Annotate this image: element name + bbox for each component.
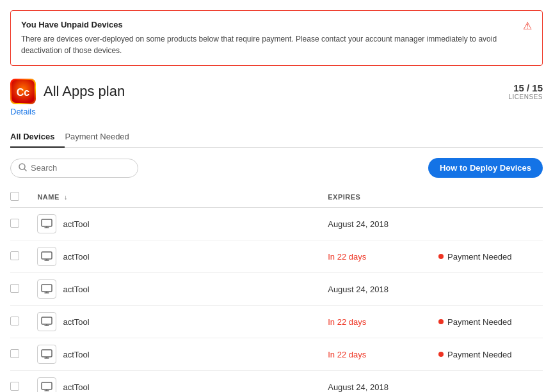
alert-banner: You Have Unpaid Devices There are device…	[10, 10, 543, 66]
device-monitor-icon	[37, 247, 56, 266]
plan-header-left: Cc All Apps plan	[10, 79, 125, 104]
table-row: actTool In 22 days Payment Needed	[10, 338, 543, 371]
device-name-cell: actTool	[31, 371, 321, 393]
device-expires-cell: In 22 days	[321, 306, 432, 338]
device-monitor-icon	[37, 214, 56, 233]
device-name-cell: actTool	[31, 240, 321, 273]
device-status-cell	[432, 273, 543, 306]
device-name-text: actTool	[63, 252, 89, 262]
row-checkbox[interactable]	[10, 284, 19, 293]
device-status-cell: Payment Needed	[432, 306, 543, 338]
plan-header: Cc All Apps plan 15 / 15 LICENSES	[10, 79, 543, 104]
tabs-bar: All Devices Payment Needed	[10, 127, 543, 148]
status-dot-icon	[438, 352, 444, 357]
device-expires-cell: In 22 days	[321, 240, 432, 273]
device-status-cell: Payment Needed	[432, 338, 543, 371]
payment-needed-status: Payment Needed	[438, 252, 536, 262]
row-checkbox[interactable]	[10, 382, 19, 391]
row-checkbox-cell	[10, 371, 31, 393]
device-name-text: actTool	[63, 317, 89, 327]
table-row: actTool In 22 days Payment Needed	[10, 306, 543, 338]
row-checkbox-cell	[10, 338, 31, 371]
svg-rect-7	[42, 252, 52, 259]
row-checkbox[interactable]	[10, 219, 19, 228]
row-checkbox-cell	[10, 306, 31, 338]
device-status-cell	[432, 371, 543, 393]
svg-rect-4	[42, 219, 52, 226]
col-status-header	[432, 187, 543, 208]
row-checkbox[interactable]	[10, 349, 19, 358]
table-header-row: NAME ↓ EXPIRES	[10, 187, 543, 208]
table-row: actTool August 24, 2018	[10, 273, 543, 306]
adobe-logo-svg: Cc	[12, 80, 35, 103]
device-name-text: actTool	[63, 382, 89, 392]
header-checkbox-cell	[10, 187, 31, 208]
plan-licenses: 15 / 15 LICENSES	[509, 82, 543, 100]
licenses-label: LICENSES	[509, 93, 543, 100]
search-input[interactable]	[31, 163, 130, 173]
sort-arrow-icon: ↓	[64, 194, 68, 201]
tab-payment-needed[interactable]: Payment Needed	[65, 127, 139, 148]
device-expires-value: August 24, 2018	[328, 285, 389, 294]
payment-needed-label: Payment Needed	[447, 317, 511, 327]
device-monitor-icon	[37, 345, 56, 364]
plan-logo: Cc	[10, 79, 36, 104]
device-name-text: actTool	[63, 219, 89, 229]
svg-rect-10	[42, 285, 52, 292]
row-checkbox-cell	[10, 240, 31, 273]
alert-body: There are devices over-deployed on some …	[21, 33, 532, 56]
device-status-cell: Payment Needed	[432, 240, 543, 273]
licenses-count: 15 / 15	[509, 82, 543, 93]
svg-rect-13	[42, 317, 52, 324]
toolbar: How to Deploy Devices	[10, 158, 543, 178]
status-dot-icon	[438, 319, 444, 324]
alert-title: You Have Unpaid Devices	[21, 20, 532, 29]
device-expires-cell: August 24, 2018	[321, 371, 432, 393]
device-monitor-icon	[37, 377, 56, 392]
row-checkbox[interactable]	[10, 251, 19, 260]
device-expires-cell: In 22 days	[321, 338, 432, 371]
page-wrapper: You Have Unpaid Devices There are device…	[0, 0, 553, 392]
device-name-cell: actTool	[31, 306, 321, 338]
row-checkbox[interactable]	[10, 317, 19, 325]
warning-icon: ⚠	[523, 20, 532, 32]
payment-needed-status: Payment Needed	[438, 350, 536, 359]
details-link[interactable]: Details	[10, 107, 36, 116]
deploy-devices-button[interactable]: How to Deploy Devices	[428, 158, 543, 178]
device-expires-cell: August 24, 2018	[321, 273, 432, 306]
col-name-header[interactable]: NAME ↓	[31, 187, 321, 208]
device-expires-value: In 22 days	[328, 317, 366, 327]
svg-rect-19	[42, 382, 52, 389]
device-expires-value: August 24, 2018	[328, 382, 389, 392]
device-monitor-icon	[37, 279, 56, 299]
device-name-text: actTool	[63, 285, 89, 294]
svg-text:Cc: Cc	[17, 87, 30, 98]
table-row: actTool In 22 days Payment Needed	[10, 240, 543, 273]
header-checkbox[interactable]	[10, 192, 19, 201]
table-row: actTool August 24, 2018	[10, 371, 543, 393]
plan-title: All Apps plan	[44, 83, 125, 100]
row-checkbox-cell	[10, 273, 31, 306]
status-dot-icon	[438, 254, 444, 259]
device-expires-cell: August 24, 2018	[321, 208, 432, 240]
tab-all-devices[interactable]: All Devices	[10, 127, 65, 148]
device-status-cell	[432, 208, 543, 240]
device-name-cell: actTool	[31, 208, 321, 240]
payment-needed-label: Payment Needed	[447, 252, 511, 262]
device-expires-value: In 22 days	[328, 252, 366, 262]
payment-needed-label: Payment Needed	[447, 350, 511, 359]
row-checkbox-cell	[10, 208, 31, 240]
device-expires-value: August 24, 2018	[328, 219, 389, 229]
table-body: actTool August 24, 2018 actTool In 22 da…	[10, 208, 543, 393]
search-box[interactable]	[10, 159, 138, 178]
device-name-cell: actTool	[31, 273, 321, 306]
col-expires-header: EXPIRES	[321, 187, 432, 208]
svg-rect-16	[42, 350, 52, 357]
device-expires-value: In 22 days	[328, 350, 366, 359]
search-icon	[19, 163, 27, 173]
device-name-cell: actTool	[31, 338, 321, 371]
device-monitor-icon	[37, 312, 56, 331]
payment-needed-status: Payment Needed	[438, 317, 536, 327]
svg-line-3	[24, 169, 26, 171]
device-name-text: actTool	[63, 350, 89, 359]
